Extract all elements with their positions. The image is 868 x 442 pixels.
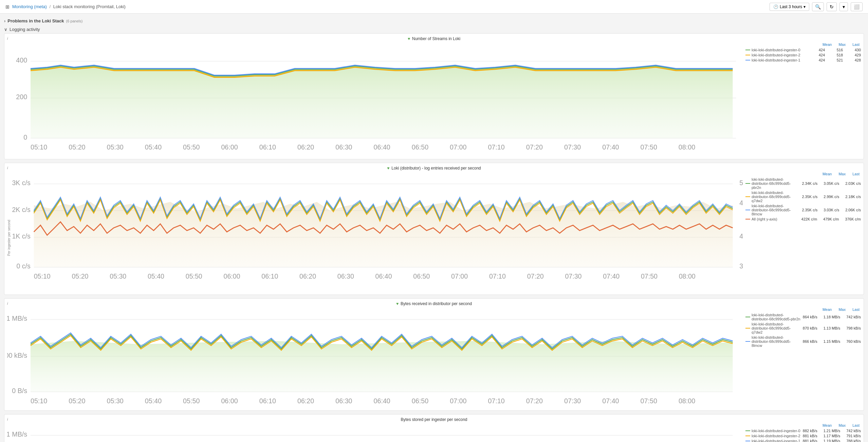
svg-text:08:00: 08:00 [679, 397, 695, 405]
dist-legend-label-2: loki-loki-distributed-distributor-68c999… [745, 204, 800, 216]
streams-chart-area: 400 200 0 05:10 05:20 05:30 05:40 05:50 … [7, 42, 861, 156]
svg-text:350K c/m: 350K c/m [739, 262, 743, 270]
top-bar: ⊞ Monitoring (meta) / Loki stack monitor… [0, 0, 868, 14]
svg-text:06:30: 06:30 [335, 397, 352, 405]
svg-text:07:30: 07:30 [565, 272, 581, 280]
svg-text:05:50: 05:50 [183, 397, 200, 405]
dist-label-3: All (right y-axis) [752, 217, 777, 221]
dist-last-1: 2.18K c/s [845, 195, 861, 199]
svg-marker-62 [31, 341, 733, 392]
svg-text:05:10: 05:10 [31, 397, 47, 405]
svg-text:06:20: 06:20 [297, 143, 314, 151]
refresh-button[interactable]: ↻ [827, 2, 837, 11]
streams-mean-2: 424 [813, 58, 825, 62]
distributor-legend: Mean Max Last loki-loki-distributed-dist… [745, 172, 861, 292]
breadcrumb-parent[interactable]: Monitoring (meta) [12, 4, 47, 9]
bytes-ing-item-2: loki-loki-distributed-ingester-1 881 kB/… [745, 439, 861, 442]
chevron-down-icon: ▾ [804, 4, 806, 9]
streams-max-2: 521 [831, 58, 843, 62]
more-options-button[interactable]: ▾ [839, 2, 848, 11]
dist-mean-0: 2.34K c/s [802, 181, 817, 185]
logging-section-header[interactable]: ∨ Logging activity [4, 25, 864, 33]
bytes-ingester-panel-title: Bytes stored per ingester per second [7, 417, 861, 422]
bytes-dist-name-2: loki-loki-distributed-distributor-68c999… [752, 335, 801, 348]
svg-text:05:40: 05:40 [145, 143, 162, 151]
svg-text:05:30: 05:30 [107, 397, 124, 405]
svg-text:08:00: 08:00 [679, 272, 696, 280]
dist-mean-header: Mean [823, 172, 832, 176]
problems-section-header[interactable]: › Problems in the Loki Stack (6 panels) [4, 16, 864, 25]
dist-last-0: 2.03K c/s [845, 181, 861, 185]
svg-text:07:00: 07:00 [450, 397, 466, 405]
dist-values-1: 2.35K c/s 2.99K c/s 2.18K c/s [802, 195, 861, 199]
svg-text:07:20: 07:20 [527, 272, 544, 280]
distributor-chart-svg: 3K c/s 2K c/s 1K c/s 0 c/s 500K c/m 450K… [7, 172, 743, 292]
svg-text:500K c/m: 500K c/m [739, 179, 743, 187]
svg-text:05:30: 05:30 [110, 272, 126, 280]
streams-legend-label-0: loki-loki-distributed-ingester-0 [745, 48, 811, 52]
svg-text:06:10: 06:10 [259, 397, 276, 405]
bytes-ing-color-1 [745, 436, 750, 436]
bytes-ing-name-1: loki-loki-distributed-ingester-2 [752, 434, 800, 438]
streams-label-2: loki-loki-distributed-ingester-1 [752, 58, 800, 62]
svg-text:05:10: 05:10 [34, 272, 51, 280]
streams-mean-0: 424 [813, 48, 825, 52]
mean-header: Mean [823, 42, 832, 47]
bi-max-2: 1.19 MB/s [824, 439, 841, 442]
time-range-button[interactable]: 🕐 Last 3 hours ▾ [770, 3, 809, 11]
bi-max-1: 1.17 MB/s [824, 434, 841, 438]
bytes-dist-label-1: loki-loki-distributed-distributor-68c999… [745, 322, 801, 334]
bytes-ing-color-0 [745, 430, 750, 431]
dist-legend-header: Mean Max Last [745, 172, 861, 176]
dist-color-2 [745, 210, 750, 210]
bd-mean-0: 864 kB/s [803, 315, 817, 319]
problems-panels-count: (6 panels) [66, 19, 83, 23]
dist-max-header: Max [838, 172, 846, 176]
dist-values-3: 422K c/m 479K c/m 376K c/m [801, 217, 861, 221]
breadcrumb: Monitoring (meta) / Loki stack monitorin… [12, 4, 126, 9]
bytes-ing-color-2 [745, 441, 750, 441]
streams-label-1: loki-loki-distributed-ingester-2 [752, 53, 800, 57]
svg-text:06:50: 06:50 [412, 397, 428, 405]
dist-legend-label-0: loki-loki-distributed-distributor-68c999… [745, 177, 800, 190]
streams-color-2 [745, 60, 750, 60]
svg-text:07:10: 07:10 [488, 397, 504, 405]
svg-text:06:20: 06:20 [299, 272, 316, 280]
tv-button[interactable]: ⬜ [851, 2, 863, 11]
bytes-ingester-panel: i Bytes stored per ingester per second 1… [4, 414, 864, 442]
bytes-ing-name-0: loki-loki-distributed-ingester-0 [752, 429, 800, 433]
streams-mean-1: 424 [813, 53, 825, 57]
zoom-button[interactable]: 🔍 [812, 2, 824, 11]
bytes-ingester-chart-wrapper: 1 MB/s 500 kB/s 0 B/s 05:10 05:20 05:30 [7, 423, 743, 442]
svg-text:06:50: 06:50 [412, 143, 428, 151]
bytes-dist-mean-header: Mean [823, 307, 832, 312]
bi-mean-1: 881 kB/s [803, 434, 817, 438]
distributor-chart-area: Per ingester per second 3K c/s 2K c/s 1K… [7, 172, 861, 292]
bytes-dist-chart-area: 1 MB/s 500 kB/s 0 B/s 05:10 05:20 [7, 307, 861, 408]
bytes-dist-item-0: loki-loki-distributed-distributor-68c999… [745, 313, 861, 321]
bytes-ing-legend-header: Mean Max Last [745, 423, 861, 427]
svg-text:1K c/s: 1K c/s [12, 232, 31, 240]
svg-text:06:10: 06:10 [259, 143, 276, 151]
svg-text:0 B/s: 0 B/s [12, 387, 27, 394]
svg-text:06:00: 06:00 [221, 397, 238, 405]
panel-info-bytes-dist: i [7, 301, 8, 305]
bytes-ing-item-1: loki-loki-distributed-ingester-2 881 kB/… [745, 434, 861, 438]
bytes-ing-label-0: loki-loki-distributed-ingester-0 [745, 429, 801, 433]
svg-text:06:10: 06:10 [261, 272, 278, 280]
svg-text:06:40: 06:40 [374, 143, 390, 151]
svg-text:200: 200 [16, 93, 27, 101]
bytes-ing-label-2: loki-loki-distributed-ingester-1 [745, 439, 801, 442]
svg-text:06:00: 06:00 [221, 143, 238, 151]
svg-text:400K c/m: 400K c/m [739, 232, 743, 240]
health-icon-bytes-dist: ♥ [396, 301, 399, 306]
grid-icon[interactable]: ⊞ [5, 4, 10, 10]
max-header: Max [838, 42, 846, 47]
svg-text:06:40: 06:40 [375, 272, 392, 280]
bi-mean-2: 881 kB/s [803, 439, 817, 442]
svg-text:2K c/s: 2K c/s [12, 206, 31, 213]
svg-text:06:30: 06:30 [337, 272, 354, 280]
bd-mean-1: 870 kB/s [803, 326, 817, 330]
dist-color-0 [745, 183, 750, 184]
svg-text:05:30: 05:30 [107, 143, 124, 151]
